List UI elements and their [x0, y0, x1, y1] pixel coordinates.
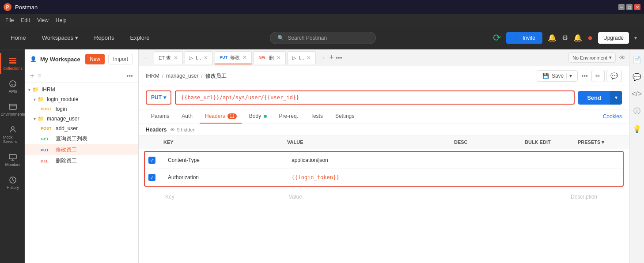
tab-prereq[interactable]: Pre-req.	[274, 109, 303, 124]
header-value-content-type[interactable]: application/json	[290, 154, 566, 167]
maximize-button[interactable]: □	[626, 4, 633, 10]
settings-icon[interactable]: ⚙	[562, 34, 568, 42]
tab-del-close[interactable]: ✕	[277, 55, 281, 61]
sidebar-item-history[interactable]: History	[0, 172, 24, 193]
tab-et-close[interactable]: ✕	[174, 55, 178, 61]
search-icon: 🔍	[277, 35, 284, 41]
request-edit-employee[interactable]: PUT 修改员工	[25, 144, 138, 155]
icon-sidebar: Collections API APIs Environments Mock S…	[0, 49, 25, 263]
sidebar-item-apis[interactable]: API APIs	[0, 76, 24, 97]
more-options-button[interactable]: •••	[581, 72, 588, 79]
tab-i1[interactable]: ▷ I... ✕	[185, 51, 213, 64]
notification-icon[interactable]: 🔔	[573, 34, 582, 42]
url-input[interactable]	[175, 90, 575, 105]
request-delete-employee[interactable]: DEL 删除员工	[25, 155, 138, 166]
tab-add-button[interactable]: +	[329, 53, 334, 62]
search-bar[interactable]: 🔍 Search Postman	[270, 32, 376, 44]
checkbox-content-type[interactable]: ✓	[148, 157, 166, 164]
edit-panel-button[interactable]: ✏	[591, 70, 605, 82]
tab-params[interactable]: Params	[146, 109, 174, 124]
checkbox-authorization[interactable]: ✓	[148, 174, 166, 181]
nav-home[interactable]: Home	[7, 33, 30, 43]
sidebar-item-mock-servers[interactable]: Mock Servers	[0, 122, 24, 147]
request-login[interactable]: POST login	[25, 104, 138, 114]
right-panel-code-icon[interactable]: </>	[629, 87, 644, 101]
sidebar-item-collections[interactable]: Collections	[0, 53, 24, 74]
save-arrow-button[interactable]: ▾	[566, 73, 572, 79]
minimize-button[interactable]: ─	[618, 4, 625, 10]
folder-login-module[interactable]: ▾ 📁 login_module	[25, 94, 138, 104]
nav-explore[interactable]: Explore	[127, 33, 153, 43]
header-desc-content-type[interactable]	[566, 157, 619, 164]
header-value-authorization[interactable]: {{login_token}}	[290, 171, 566, 184]
header-row-authorization: ✓ Authorization {{login_token}}	[145, 169, 623, 186]
add-icon[interactable]: +	[30, 72, 34, 80]
folder-manage-user[interactable]: ▾ 📁 manage_user	[25, 114, 138, 124]
nav-workspaces[interactable]: Workspaces ▾	[38, 33, 82, 43]
breadcrumb-manage-user[interactable]: manage_user	[166, 73, 198, 79]
request-add-user[interactable]: POST add_user	[25, 124, 138, 133]
right-panel-document-icon[interactable]: 📄	[630, 53, 644, 67]
tab-headers[interactable]: Headers 11	[200, 109, 242, 124]
right-panel-bulb-icon[interactable]: 💡	[630, 122, 644, 136]
collection-sidebar: 👤 My Workspace New Import + ≡ ••• ▾ 📁 IH…	[25, 49, 139, 263]
environment-selector[interactable]: No Environment ▾	[568, 53, 616, 63]
header-key-authorization[interactable]: Authorization	[166, 171, 290, 184]
empty-value-cell[interactable]: Value	[287, 190, 569, 203]
tab-i2[interactable]: ▷ I... ✕	[288, 51, 316, 64]
tab-more-button[interactable]: •••	[336, 54, 342, 61]
comment-panel-button[interactable]: 💬	[606, 70, 622, 82]
tab-forward-button[interactable]: →	[318, 53, 327, 63]
right-panel-info-icon[interactable]: ⓘ	[631, 104, 643, 119]
col-presets[interactable]: Presets ▾	[578, 138, 622, 147]
tab-settings[interactable]: Settings	[330, 109, 360, 124]
header-desc-authorization[interactable]	[566, 174, 619, 181]
empty-key-cell[interactable]: Key	[163, 190, 287, 203]
sidebar-item-monitors[interactable]: Monitors	[0, 149, 24, 170]
highlighted-headers-block: ✓ Content-Type application/json ✓ Author…	[144, 151, 624, 187]
empty-desc-cell[interactable]: Description	[569, 190, 622, 203]
tab-i1-close[interactable]: ✕	[204, 55, 208, 61]
eye-button[interactable]: 👁	[619, 54, 625, 61]
tab-tests[interactable]: Tests	[305, 109, 328, 124]
nav-reports[interactable]: Reports	[91, 33, 118, 43]
method-select[interactable]: PUT ▾	[146, 90, 171, 105]
avatar-icon[interactable]: ●	[587, 33, 593, 43]
save-button[interactable]: 💾 Save ▾	[537, 70, 578, 82]
tab-i2-close[interactable]: ✕	[307, 55, 311, 61]
send-button[interactable]: Send	[578, 91, 610, 105]
request-list-employees[interactable]: GET 查询员工列表	[25, 133, 138, 144]
tab-del[interactable]: DEL 删 ✕	[254, 51, 286, 64]
tab-et[interactable]: ET 查 ✕	[154, 51, 183, 64]
tab-put-close[interactable]: ✕	[242, 54, 247, 60]
import-button[interactable]: Import	[108, 54, 133, 64]
breadcrumb-ihrm[interactable]: IHRM	[146, 73, 159, 79]
upgrade-button[interactable]: Upgrade	[598, 32, 629, 44]
headers-column-row: KEY VALUE DESC Bulk Edit Presets ▾	[139, 136, 629, 149]
col-bulk-edit[interactable]: Bulk Edit	[525, 138, 578, 147]
invite-button[interactable]: 👤 Invite	[506, 32, 542, 44]
bell-icon[interactable]: 🔔	[548, 34, 557, 42]
tab-put[interactable]: PUT 修改 ✕	[215, 51, 252, 64]
more-options-icon[interactable]: •••	[126, 72, 133, 79]
send-arrow-button[interactable]: ▾	[610, 91, 622, 105]
tab-back-button[interactable]: ←	[142, 53, 152, 63]
request-breadcrumb: IHRM / manage_user / 修改员工 💾 Save ▾ ••• ✏…	[139, 66, 629, 86]
header-key-content-type[interactable]: Content-Type	[166, 154, 290, 167]
hidden-badge[interactable]: 👁 9 hidden	[170, 127, 195, 132]
close-button[interactable]: ✕	[634, 4, 640, 10]
menu-help[interactable]: Help	[56, 17, 67, 23]
tab-auth[interactable]: Auth	[176, 109, 198, 124]
cookies-button[interactable]: Cookies	[603, 113, 622, 120]
right-panel-comment-icon[interactable]: 💬	[630, 70, 644, 84]
collection-ihrm[interactable]: ▾ 📁 IHRM	[25, 85, 138, 94]
filter-icon[interactable]: ≡	[38, 72, 41, 79]
sidebar-item-environments[interactable]: Environments	[0, 99, 24, 120]
upgrade-arrow[interactable]: ▾	[634, 35, 637, 41]
runner-icon[interactable]: ⟳	[493, 32, 501, 44]
menu-file[interactable]: File	[5, 17, 14, 23]
menu-view[interactable]: View	[37, 17, 49, 23]
menu-edit[interactable]: Edit	[21, 17, 30, 23]
new-button[interactable]: New	[85, 54, 105, 64]
tab-body[interactable]: Body	[244, 109, 272, 124]
